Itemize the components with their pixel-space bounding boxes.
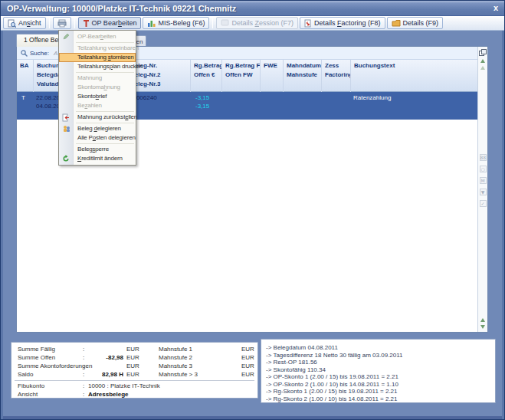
menu-item-teilzahlung-vereinbaren: Teilzahlung vereinbaren [59, 44, 136, 53]
menu-item-op-bearbeiten: OP-Bearbeiten [59, 32, 136, 41]
ansicht-row: Ansicht: Adressbelege [11, 390, 257, 399]
chart-icon [147, 19, 156, 28]
op-edit-icon [83, 19, 90, 28]
fibukonto-row: Fibukonto: 10000 : Platzke IT-Technik [11, 382, 257, 390]
ansicht-button[interactable]: Ansicht [3, 17, 46, 29]
details-factoring-button-label: Details Factoring (F8) [314, 19, 381, 27]
note-line: -> Belegdatum 04.08.2011 [266, 344, 495, 352]
arrow-mini-icon[interactable]: ▼ [480, 189, 487, 195]
menu-separator [76, 42, 134, 43]
print-icon [57, 19, 67, 28]
column-header-buchungstext[interactable]: Buchungstext [351, 60, 477, 92]
menu-separator [76, 72, 134, 73]
calculator-icon[interactable]: 88 [480, 154, 487, 161]
note-line: -> Tagesdifferenz 18 Netto 30 fällig am … [266, 352, 495, 359]
menu-item-alle-posten-delegieren[interactable]: Alle Posten delegieren [59, 133, 136, 143]
toolbar-separator [74, 18, 75, 28]
menu-separator [76, 123, 134, 123]
memo-icon[interactable]: M [480, 177, 487, 184]
row-rg-betrag: -3,15 [195, 94, 209, 101]
credit-refresh-icon [62, 155, 70, 162]
grid-side-strip: 88 ○ M ▼ ✓ [477, 47, 487, 332]
menu-item-belegsperre[interactable]: Belegsperre [59, 145, 136, 154]
row-buchungstext: Ratenzahlung [353, 94, 391, 101]
note-line: -> OP-Skonto 1 (2.00 / 15) bis 19.08.201… [266, 373, 495, 381]
summary-row: Summe Fällig: EUR Mahnstufe 1EUR [11, 345, 257, 353]
view-magnifier-icon [8, 19, 16, 28]
menu-item-bezahlen: Bezahlen [59, 101, 136, 110]
details-factoring-button[interactable]: Details Factoring (F8) [300, 17, 385, 29]
details-button-label: Details (F9) [403, 19, 439, 27]
close-icon[interactable]: x [494, 4, 498, 12]
menu-item-teilzahlungsplan-drucken[interactable]: Teilzahlungsplan drucken [59, 62, 136, 71]
mis-beleg-button-label: MIS-Beleg (F6) [158, 19, 205, 27]
note-line: -> OP-Skonto 2 (1.00 / 10) bis 14.08.201… [266, 381, 495, 389]
factoring-icon [304, 19, 312, 28]
menu-item-teilzahlung-stornieren[interactable]: Teilzahlung stornieren [59, 53, 136, 62]
column-header-rg-betrag[interactable]: Rg.Betrag €Offen € [191, 60, 222, 92]
note-line: -> Rg-Skonto 2 (1.00 / 10) bis 14.08.201… [266, 395, 495, 403]
column-header-zess[interactable]: ZessFactoring [322, 60, 351, 92]
toolbar-separator [212, 18, 213, 28]
column-header-mahndatum[interactable]: MahndatumMahnstufe [284, 60, 322, 92]
menu-separator [76, 143, 134, 144]
toolbar-separator [49, 18, 50, 28]
menu-item-skontobrief[interactable]: Skontobrief [59, 92, 136, 101]
window-title: OP-Verwaltung: 10000/Platzke IT-Technik … [7, 4, 236, 13]
menu-item-mahnung-zurueckstellen[interactable]: Mahnung zurückstellen [59, 113, 136, 122]
dun-hold-icon [62, 113, 70, 122]
summary-divider [15, 380, 254, 381]
edit-pencil-icon [62, 33, 70, 41]
menu-item-kreditlimit-aendern[interactable]: Kreditlimit ändern [59, 154, 136, 163]
scroll-down-icon[interactable] [480, 325, 485, 329]
summary-row: Summe Offen: -82,98EUR Mahnstufe 2EUR [11, 353, 257, 362]
search-input[interactable]: A [54, 50, 57, 57]
summary-row: Saldo: 82,98 HEUR Mahnstufe > 3EUR [11, 370, 257, 379]
menu-item-skontomahnung: Skontomahnung [59, 83, 136, 92]
op-bearbeiten-button[interactable]: OP Bearbeiten [78, 17, 142, 29]
check-icon[interactable]: ✓ [480, 200, 487, 207]
row-ba: T [21, 94, 25, 101]
magnifier-mini-icon[interactable]: ○ [480, 166, 487, 172]
column-chooser-icon[interactable] [479, 49, 487, 56]
title-bar[interactable]: OP-Verwaltung: 10000/Platzke IT-Technik … [1, 1, 504, 16]
op-bearbeiten-context-menu: OP-Bearbeiten Teilzahlung vereinbaren Te… [58, 30, 136, 166]
details-icon [392, 19, 401, 27]
note-line: -> Rest-OP 181.56 [266, 359, 495, 366]
column-header-rg-betrag-fw[interactable]: Rg.Betrag FWOffen FW [222, 60, 261, 92]
scroll-up-pale-icon[interactable] [480, 66, 485, 70]
scroll-bottom-up-icon[interactable] [480, 318, 485, 322]
row-offen: -3,15 [195, 103, 209, 110]
search-icon [20, 49, 28, 57]
menu-separator [76, 111, 134, 112]
skonto-notes-panel: -> Belegdatum 04.08.2011 -> Tagesdiffere… [261, 339, 496, 403]
column-header-fwe[interactable]: FWE [261, 60, 284, 92]
search-label: Suche: [30, 50, 49, 57]
op-bearbeiten-button-label: OP Bearbeiten [92, 19, 137, 27]
note-line: -> Rg-Skonto 1 (2.00 / 15) bis 19.08.201… [266, 388, 495, 395]
note-line: -> Skontofähig 110.34 [266, 366, 495, 374]
details-zession-button: Details Zession (F7) [216, 17, 298, 29]
details-zession-button-label: Details Zession (F7) [231, 19, 293, 27]
summary-row: Summe Akontoforderungen: EUR Mahnstufe 3… [11, 362, 257, 370]
print-button[interactable] [53, 17, 71, 29]
mis-beleg-button[interactable]: MIS-Beleg (F6) [143, 17, 209, 29]
summary-panel: Summe Fällig: EUR Mahnstufe 1EUR Summe O… [11, 342, 258, 399]
details-button[interactable]: Details (F9) [387, 17, 444, 29]
menu-item-mahnung: Mahnung [59, 74, 136, 83]
scroll-up-icon[interactable] [480, 59, 485, 63]
column-header-ba[interactable]: BA [17, 60, 34, 92]
menu-item-beleg-delegieren[interactable]: Beleg delegieren [59, 124, 136, 133]
op-verwaltung-window: OP-Verwaltung: 10000/Platzke IT-Technik … [0, 0, 505, 420]
toolbar: Ansicht OP Bearbeiten MIS-Beleg (F6) Det… [1, 16, 504, 31]
ansicht-button-label: Ansicht [18, 19, 41, 27]
zession-icon [221, 19, 229, 27]
delegate-people-icon [62, 125, 71, 133]
